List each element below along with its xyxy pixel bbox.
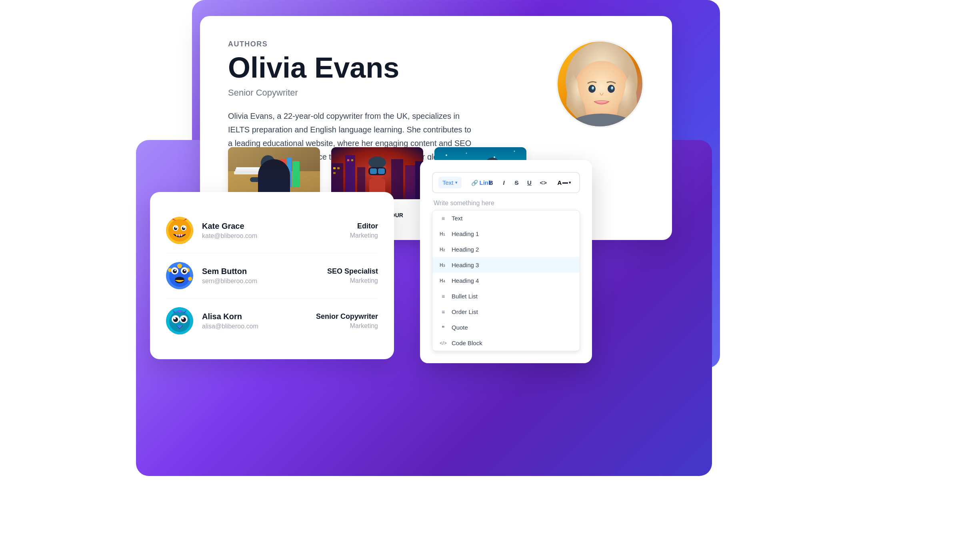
editor-panel: Text ▾ 🔗 Link B I S U <> A ▾ Write somet… <box>420 160 592 363</box>
color-button[interactable]: A ▾ <box>554 177 575 188</box>
bullet-list-icon: ≡ <box>440 293 447 300</box>
member-department: Marketing <box>327 277 378 284</box>
editor-content[interactable]: Write something here <box>432 200 580 207</box>
editor-placeholder: Write something here <box>434 200 494 206</box>
svg-point-43 <box>466 153 467 154</box>
dropdown-item-label: Heading 2 <box>452 246 479 253</box>
svg-rect-38 <box>370 168 377 174</box>
svg-point-64 <box>183 227 185 228</box>
svg-point-58 <box>168 219 191 242</box>
h1-icon: H1 <box>440 231 447 237</box>
avatar <box>166 217 193 244</box>
avatar <box>166 307 193 334</box>
svg-point-69 <box>177 264 182 268</box>
dropdown-chevron-icon: ▾ <box>455 180 458 185</box>
svg-rect-32 <box>333 172 336 174</box>
member-info: Alisa Korn alisa@bliberoo.com <box>202 312 316 330</box>
avatar <box>166 262 193 289</box>
member-role: SEO Specialist <box>327 267 378 276</box>
italic-button[interactable]: I <box>498 177 510 188</box>
article-thumbnail <box>331 147 423 199</box>
member-email: sem@bliberoo.com <box>202 278 327 285</box>
dropdown-item-quote[interactable]: ❝ Quote <box>432 320 580 335</box>
member-name: Sem Button <box>202 267 327 276</box>
quote-icon: ❝ <box>440 324 447 331</box>
bold-button[interactable]: B <box>486 177 497 188</box>
dropdown-item-label: Quote <box>452 324 468 331</box>
member-info: Sem Button sem@bliberoo.com <box>202 267 327 285</box>
svg-point-87 <box>182 318 184 320</box>
svg-rect-17 <box>287 157 292 187</box>
member-department: Marketing <box>350 232 378 239</box>
svg-point-42 <box>446 154 447 156</box>
dropdown-item-code[interactable]: </> Code Block <box>432 335 580 351</box>
svg-point-19 <box>261 155 275 171</box>
team-member: Alisa Korn alisa@bliberoo.com Senior Cop… <box>166 298 378 343</box>
dropdown-item-ordered[interactable]: ≡ Order List <box>432 304 580 320</box>
h3-icon: H3 <box>440 262 447 268</box>
article-thumbnail <box>228 147 320 199</box>
strikethrough-button[interactable]: S <box>511 177 522 188</box>
dropdown-item-label: Heading 4 <box>452 277 479 284</box>
dropdown-item-label: Code Block <box>452 340 482 346</box>
svg-point-63 <box>175 227 177 228</box>
avatar <box>556 40 644 128</box>
svg-point-36 <box>368 156 386 168</box>
member-role: Senior Copywriter <box>316 312 378 321</box>
dropdown-item-label: Heading 3 <box>452 262 479 268</box>
team-member: Kate Grace kate@bliberoo.com Editor Mark… <box>166 208 378 253</box>
color-indicator <box>562 182 568 184</box>
svg-rect-30 <box>333 167 336 169</box>
svg-rect-34 <box>351 159 353 161</box>
member-role-section: Editor Marketing <box>350 222 378 239</box>
color-a-label: A <box>558 179 562 186</box>
format-dropdown-menu: ≡ Text H1 Heading 1 H2 Heading 2 H3 Head… <box>432 210 580 351</box>
member-role-section: SEO Specialist Marketing <box>327 267 378 284</box>
h2-icon: H2 <box>440 247 447 252</box>
svg-point-71 <box>188 277 192 281</box>
member-role-section: Senior Copywriter Marketing <box>316 312 378 330</box>
svg-rect-28 <box>405 165 415 199</box>
dropdown-item-h3[interactable]: H3 Heading 3 <box>432 257 580 273</box>
dropdown-item-label: Bullet List <box>452 293 478 300</box>
svg-rect-21 <box>250 177 270 182</box>
dropdown-item-label: Text <box>452 215 463 222</box>
link-icon: 🔗 <box>471 180 478 186</box>
svg-rect-20 <box>259 171 277 191</box>
svg-rect-16 <box>280 159 286 187</box>
underline-button[interactable]: U <box>524 177 535 188</box>
h4-icon: H4 <box>440 278 447 284</box>
text-format-dropdown[interactable]: Text ▾ <box>438 177 462 188</box>
code-block-icon: </> <box>440 340 447 346</box>
dropdown-item-h4[interactable]: H4 Heading 4 <box>432 273 580 288</box>
svg-rect-15 <box>234 171 262 174</box>
member-name: Kate Grace <box>202 222 350 231</box>
team-member: Sem Button sem@bliberoo.com SEO Speciali… <box>166 253 378 298</box>
svg-point-7 <box>592 87 594 88</box>
link-button[interactable]: 🔗 Link <box>468 177 479 188</box>
text-format-icon: ≡ <box>440 215 447 222</box>
member-department: Marketing <box>316 322 378 330</box>
member-email: kate@bliberoo.com <box>202 232 350 240</box>
text-format-label: Text <box>442 179 454 186</box>
svg-point-77 <box>174 270 176 271</box>
dropdown-item-label: Order List <box>452 308 478 315</box>
dropdown-item-bullet[interactable]: ≡ Bullet List <box>432 288 580 304</box>
ordered-list-icon: ≡ <box>440 309 447 315</box>
member-info: Kate Grace kate@bliberoo.com <box>202 222 350 240</box>
svg-point-86 <box>174 318 176 320</box>
svg-rect-39 <box>378 168 385 174</box>
dropdown-item-h1[interactable]: H1 Heading 1 <box>432 226 580 242</box>
svg-rect-27 <box>391 159 403 199</box>
svg-point-78 <box>184 270 186 271</box>
dropdown-item-label: Heading 1 <box>452 230 479 237</box>
svg-rect-33 <box>347 159 349 161</box>
toolbar: Text ▾ 🔗 Link B I S U <> A ▾ <box>432 172 580 193</box>
dropdown-item-text[interactable]: ≡ Text <box>432 210 580 226</box>
svg-rect-18 <box>292 161 300 187</box>
code-button[interactable]: <> <box>537 177 548 188</box>
dropdown-item-h2[interactable]: H2 Heading 2 <box>432 242 580 257</box>
svg-point-8 <box>612 87 613 88</box>
svg-rect-22 <box>270 177 290 182</box>
member-email: alisa@bliberoo.com <box>202 323 316 330</box>
